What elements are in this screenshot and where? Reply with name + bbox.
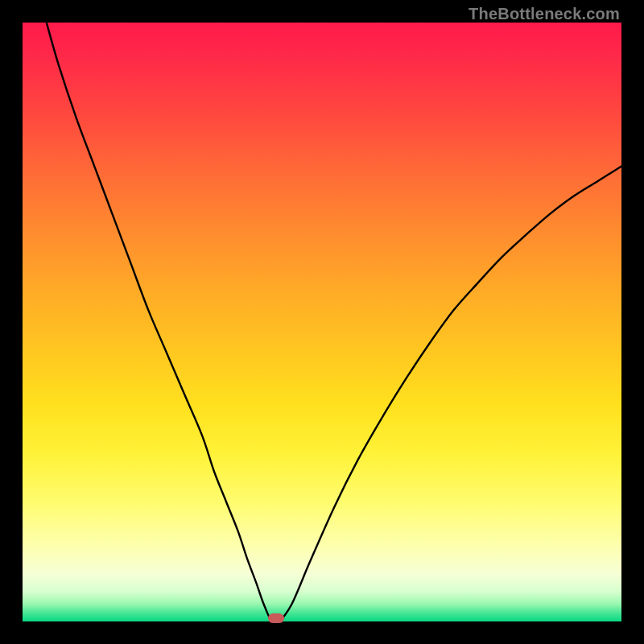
plot-area <box>23 23 621 621</box>
chart-frame: TheBottleneck.com <box>0 0 644 644</box>
min-marker <box>268 613 284 623</box>
watermark-text: TheBottleneck.com <box>469 5 620 23</box>
bottleneck-curve <box>23 23 621 621</box>
